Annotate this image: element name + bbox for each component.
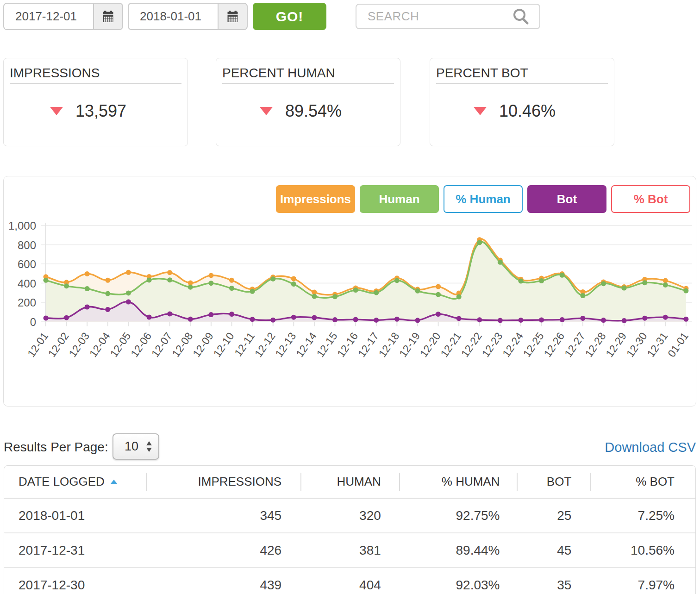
svg-text:12-05: 12-05 xyxy=(107,330,133,359)
svg-text:12-28: 12-28 xyxy=(583,330,608,359)
svg-text:200: 200 xyxy=(18,296,36,309)
svg-text:12-26: 12-26 xyxy=(541,330,567,359)
svg-text:800: 800 xyxy=(18,239,36,251)
svg-text:12-18: 12-18 xyxy=(376,330,401,359)
svg-text:12-12: 12-12 xyxy=(252,330,278,359)
svg-text:12-29: 12-29 xyxy=(603,330,629,359)
svg-text:12-10: 12-10 xyxy=(211,330,237,359)
svg-text:12-20: 12-20 xyxy=(418,330,443,359)
svg-text:0: 0 xyxy=(30,316,36,328)
svg-text:12-07: 12-07 xyxy=(149,330,175,359)
svg-text:400: 400 xyxy=(18,277,36,290)
svg-text:12-25: 12-25 xyxy=(521,330,546,359)
svg-text:12-23: 12-23 xyxy=(479,330,505,359)
svg-text:12-21: 12-21 xyxy=(438,330,463,359)
svg-text:12-27: 12-27 xyxy=(562,330,588,359)
svg-text:12-15: 12-15 xyxy=(314,330,340,359)
svg-text:600: 600 xyxy=(18,258,36,270)
svg-text:12-11: 12-11 xyxy=(232,330,257,359)
svg-text:12-14: 12-14 xyxy=(294,330,319,359)
svg-text:01-01: 01-01 xyxy=(665,330,691,359)
svg-text:12-22: 12-22 xyxy=(459,330,484,359)
svg-text:12-13: 12-13 xyxy=(273,330,298,359)
svg-text:12-16: 12-16 xyxy=(335,330,360,359)
svg-text:12-01: 12-01 xyxy=(25,330,50,359)
svg-text:1,000: 1,000 xyxy=(8,219,36,232)
svg-text:12-06: 12-06 xyxy=(128,330,154,359)
svg-text:12-17: 12-17 xyxy=(356,330,381,359)
svg-text:12-02: 12-02 xyxy=(46,330,71,359)
svg-text:12-08: 12-08 xyxy=(169,330,195,359)
svg-text:12-09: 12-09 xyxy=(190,330,216,359)
svg-text:12-03: 12-03 xyxy=(66,330,92,359)
svg-text:12-19: 12-19 xyxy=(397,330,422,359)
svg-text:12-04: 12-04 xyxy=(87,330,112,359)
svg-text:12-31: 12-31 xyxy=(644,330,670,359)
svg-text:12-24: 12-24 xyxy=(500,330,525,359)
svg-text:12-30: 12-30 xyxy=(624,330,650,359)
